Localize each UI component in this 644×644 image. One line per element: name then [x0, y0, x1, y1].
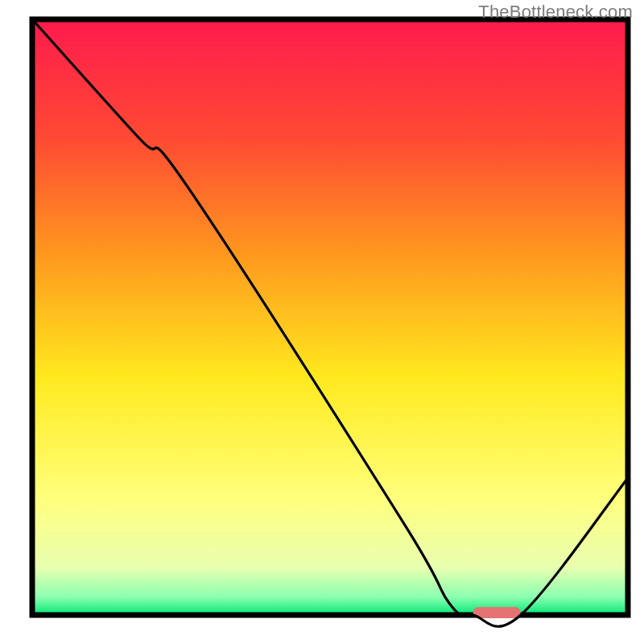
chart-canvas: [0, 0, 644, 644]
bottleneck-marker: [473, 607, 521, 618]
watermark-text: TheBottleneck.com: [478, 2, 633, 23]
gradient-background: [32, 19, 628, 615]
chart-stage: TheBottleneck.com: [0, 0, 644, 644]
